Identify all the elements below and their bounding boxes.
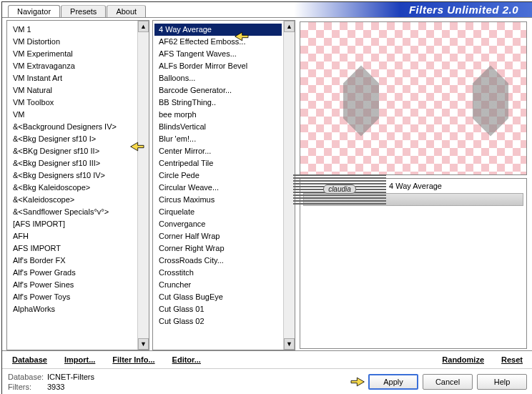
filter-item[interactable]: AF62 Effected Emboss... <box>154 36 282 48</box>
filter-item[interactable]: Convergance <box>154 218 282 230</box>
preview-panel: claudia 4 Way Average <box>298 20 528 350</box>
toolbar: Database Import... Filter Info... Editor… <box>2 350 532 368</box>
category-item[interactable]: VM Distortion <box>9 36 136 48</box>
pointer-hand-icon <box>348 375 368 389</box>
filter-item[interactable]: Balloons... <box>154 72 282 84</box>
parameter-panel: claudia 4 Way Average <box>300 178 527 349</box>
filter-item[interactable]: CrossRoads City... <box>154 255 282 267</box>
filter-count-value: 3933 <box>47 383 64 391</box>
parameter-slider[interactable] <box>303 193 523 206</box>
filter-item[interactable]: Corner Right Wrap <box>154 242 282 255</box>
tab-navigator[interactable]: Navigator <box>8 5 60 17</box>
category-item[interactable]: &<Kaleidoscope> <box>9 194 136 206</box>
category-item[interactable]: &<Bkg Designer sf10 III> <box>9 157 136 169</box>
filter-item[interactable]: Centripedal Tile <box>154 157 282 169</box>
category-item[interactable]: VM Instant Art <box>9 72 136 84</box>
category-item[interactable]: AlphaWorks <box>9 303 136 315</box>
database-button[interactable]: Database <box>6 354 53 365</box>
filter-item[interactable]: Cut Glass 02 <box>154 315 282 327</box>
category-item[interactable]: VM Natural <box>9 84 136 97</box>
main-panel: VM 1VM DistortionVM ExperimentalVM Extra… <box>2 17 532 350</box>
filter-item[interactable]: 4 Way Average <box>154 24 282 36</box>
reset-button[interactable]: Reset <box>496 354 528 365</box>
selected-filter-label: 4 Way Average <box>389 182 523 190</box>
status-bar: Database:ICNET-Filters Filters:3933 Appl… <box>2 368 532 394</box>
filter-item[interactable]: BB StringThing.. <box>154 97 282 109</box>
category-item[interactable]: Alf's Border FX <box>9 255 136 267</box>
cancel-button[interactable]: Cancel <box>423 374 473 390</box>
category-item[interactable]: &<BKg Designer sf10 II> <box>9 145 136 157</box>
category-list[interactable]: VM 1VM DistortionVM ExperimentalVM Extra… <box>6 20 149 350</box>
category-item[interactable]: &<Bkg Kaleidoscope> <box>9 182 136 194</box>
database-value: ICNET-Filters <box>47 373 94 381</box>
category-item[interactable]: Alf's Power Toys <box>9 291 136 303</box>
filter-item[interactable]: ALFs Border Mirror Bevel <box>154 60 282 72</box>
filter-item[interactable]: Cirquelate <box>154 206 282 218</box>
filter-list[interactable]: 4 Way AverageAF62 Effected Emboss...AFS … <box>152 20 295 350</box>
import-button[interactable]: Import... <box>59 354 101 365</box>
category-item[interactable]: VM Experimental <box>9 48 136 60</box>
filter-item[interactable]: bee morph <box>154 109 282 121</box>
category-item[interactable]: VM <box>9 109 136 121</box>
category-item[interactable]: &<Background Designers IV> <box>9 121 136 133</box>
filter-item[interactable]: Circular Weave... <box>154 182 282 194</box>
filter-item[interactable]: AFS Tangent Waves... <box>154 48 282 60</box>
category-item[interactable]: Alf's Power Sines <box>9 279 136 291</box>
filter-item[interactable]: Cut Glass 01 <box>154 303 282 315</box>
filter-item[interactable]: Circle Pede <box>154 169 282 182</box>
editor-button[interactable]: Editor... <box>167 354 207 365</box>
filter-item[interactable]: Blur 'em!... <box>154 133 282 145</box>
help-button[interactable]: Help <box>477 374 527 390</box>
category-item[interactable]: AFH <box>9 230 136 242</box>
category-scrollbar[interactable]: ▲ ▼ <box>137 21 149 350</box>
category-item[interactable]: &<Bkg Designer sf10 I> <box>9 133 136 145</box>
tab-strip: Navigator Presets About <box>2 5 532 17</box>
preview-image <box>300 21 527 175</box>
category-item[interactable]: Alf's Power Grads <box>9 267 136 279</box>
filter-item[interactable]: Barcode Generator... <box>154 84 282 97</box>
scroll-down-icon[interactable]: ▼ <box>284 338 295 350</box>
filter-item[interactable]: Center Mirror... <box>154 145 282 157</box>
filter-item[interactable]: Circus Maximus <box>154 194 282 206</box>
filter-item[interactable]: Cut Glass BugEye <box>154 291 282 303</box>
filter-info-button[interactable]: Filter Info... <box>107 354 160 365</box>
tab-presets[interactable]: Presets <box>61 5 106 17</box>
randomize-button[interactable]: Randomize <box>436 354 490 365</box>
scroll-up-icon[interactable]: ▲ <box>138 21 149 32</box>
filter-item[interactable]: Corner Half Wrap <box>154 230 282 242</box>
status-info: Database:ICNET-Filters Filters:3933 <box>8 372 94 392</box>
category-item[interactable]: [AFS IMPORT] <box>9 218 136 230</box>
tab-about[interactable]: About <box>107 5 146 17</box>
filter-item[interactable]: BlindsVertical <box>154 121 282 133</box>
apply-button[interactable]: Apply <box>368 374 418 390</box>
category-item[interactable]: VM Extravaganza <box>9 60 136 72</box>
category-item[interactable]: AFS IMPORT <box>9 242 136 255</box>
category-item[interactable]: VM Toolbox <box>9 97 136 109</box>
filter-item[interactable]: Crosstitch <box>154 267 282 279</box>
category-item[interactable]: VM 1 <box>9 24 136 36</box>
category-item[interactable]: &<Bkg Designers sf10 IV> <box>9 169 136 182</box>
filter-item[interactable]: Cruncher <box>154 279 282 291</box>
scroll-up-icon[interactable]: ▲ <box>284 21 295 32</box>
category-item[interactable]: &<Sandflower Specials°v°> <box>9 206 136 218</box>
filters-unlimited-window: Filters Unlimited 2.0 Navigator Presets … <box>1 1 532 394</box>
filter-scrollbar[interactable]: ▲ ▼ <box>283 21 295 350</box>
scroll-down-icon[interactable]: ▼ <box>138 338 149 350</box>
